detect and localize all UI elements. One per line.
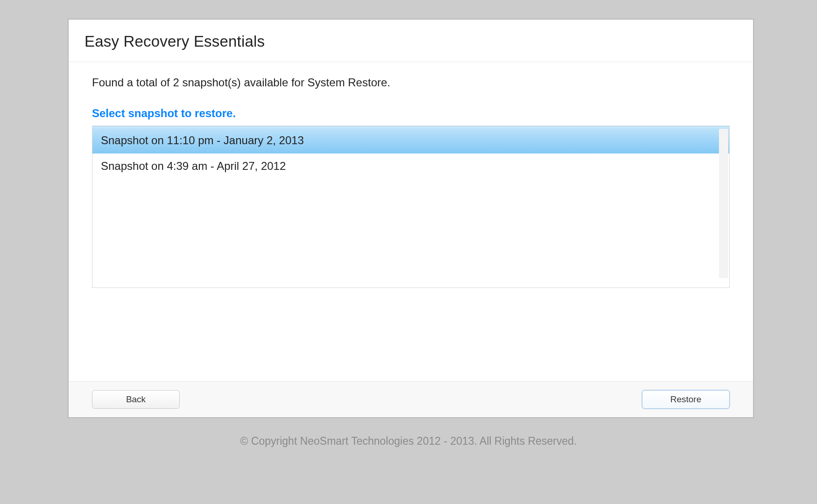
status-message: Found a total of 2 snapshot(s) available…	[92, 76, 730, 89]
window-footer: Back Restore	[69, 381, 753, 417]
app-window: Easy Recovery Essentials Found a total o…	[68, 19, 754, 418]
window-header: Easy Recovery Essentials	[69, 20, 753, 62]
copyright-text: © Copyright NeoSmart Technologies 2012 -…	[0, 435, 817, 448]
snapshot-item[interactable]: Snapshot on 11:10 pm - January 2, 2013	[92, 127, 729, 154]
restore-button[interactable]: Restore	[642, 390, 730, 409]
back-button[interactable]: Back	[92, 390, 180, 409]
app-title: Easy Recovery Essentials	[85, 33, 737, 50]
snapshot-item[interactable]: Snapshot on 4:39 am - April 27, 2012	[92, 154, 729, 179]
snapshot-listbox[interactable]: Snapshot on 11:10 pm - January 2, 2013 S…	[92, 126, 730, 288]
instruction-label: Select snapshot to restore.	[92, 107, 730, 120]
content-area: Found a total of 2 snapshot(s) available…	[69, 62, 753, 381]
listbox-scrollbar[interactable]	[719, 129, 728, 278]
